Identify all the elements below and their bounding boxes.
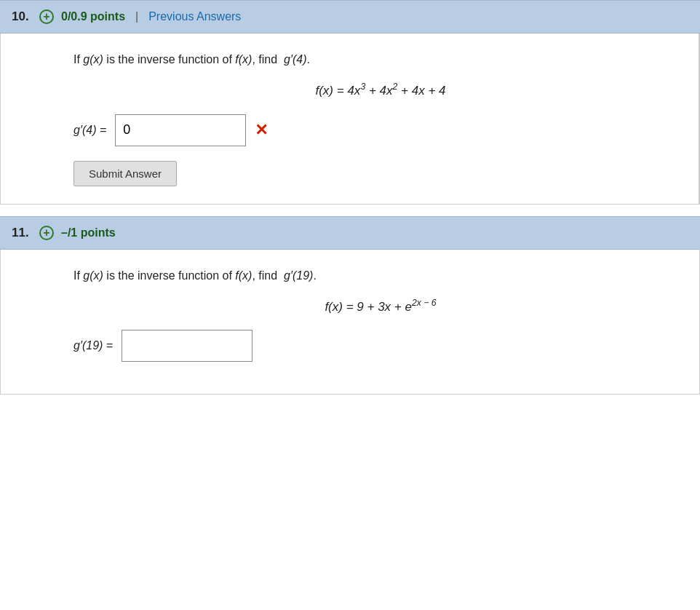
q10-answer-label: g′(4) =: [73, 124, 106, 137]
question-11-points: –/1 points: [61, 226, 116, 239]
separator-10: |: [135, 10, 138, 23]
question-11-header: 11. + –/1 points: [0, 216, 700, 250]
question-10-header: 10. + 0/0.9 points | Previous Answers: [0, 0, 700, 33]
q10-find: g′(4): [284, 53, 306, 66]
question-11-answer-row: g′(19) =: [73, 330, 688, 362]
question-11-formula: f(x) = 9 + 3x + e2x − 6: [73, 298, 688, 314]
q10-wrong-icon: ✕: [255, 121, 268, 140]
question-11: 11. + –/1 points If g(x) is the inverse …: [0, 216, 700, 395]
plus-icon-10: +: [39, 9, 54, 24]
q10-submit-section: Submit Answer: [73, 161, 688, 186]
plus-icon-11: +: [39, 226, 54, 240]
q11-find: g′(19): [284, 269, 313, 282]
question-11-text: If g(x) is the inverse function of f(x),…: [73, 267, 688, 285]
q10-vertical-divider: [699, 33, 699, 204]
q10-fx: f(x): [235, 53, 252, 66]
question-10-answer-row: g′(4) = 0 ✕: [73, 114, 688, 146]
q10-answer-input[interactable]: 0: [115, 114, 246, 146]
question-10-points: 0/0.9 points: [61, 10, 125, 23]
question-10-number: 10.: [12, 9, 32, 24]
q11-answer-input[interactable]: [122, 330, 252, 362]
question-10-formula: f(x) = 4x3 + 4x2 + 4x + 4: [73, 82, 688, 98]
q10-submit-button[interactable]: Submit Answer: [73, 161, 177, 186]
q11-answer-label: g′(19) =: [73, 339, 113, 352]
question-10: 10. + 0/0.9 points | Previous Answers If…: [0, 0, 700, 205]
q11-gx: g(x): [83, 269, 103, 282]
q11-fx: f(x): [235, 269, 252, 282]
question-11-number: 11.: [12, 226, 32, 240]
question-10-text: If g(x) is the inverse function of f(x),…: [73, 51, 688, 68]
question-11-body: If g(x) is the inverse function of f(x),…: [0, 250, 700, 395]
q10-gx: g(x): [83, 53, 103, 66]
question-10-body: If g(x) is the inverse function of f(x),…: [0, 33, 700, 205]
previous-answers-link-10[interactable]: Previous Answers: [148, 10, 241, 23]
